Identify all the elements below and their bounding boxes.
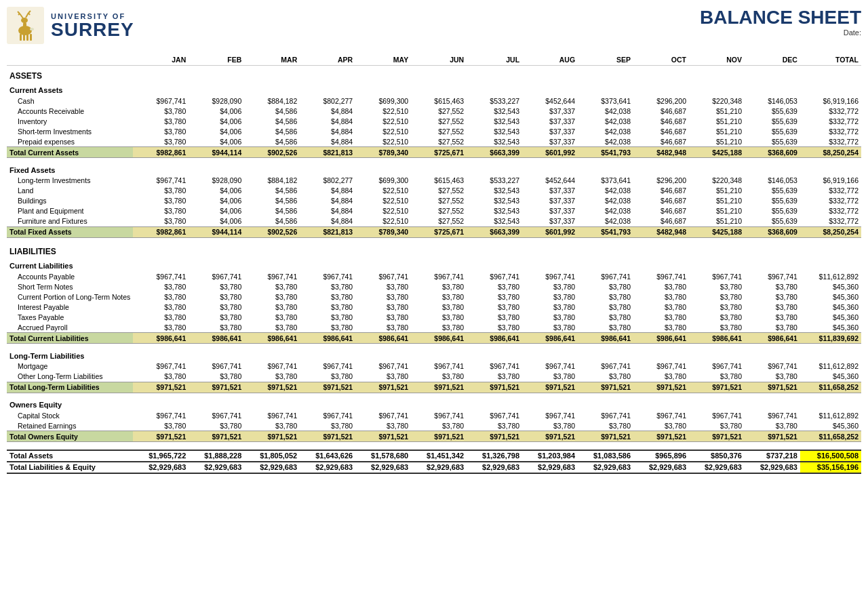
cell-value: $967,741	[355, 361, 411, 372]
cell-value: $986,641	[745, 333, 800, 344]
cell-value: $967,741	[689, 361, 745, 372]
cell-value: $967,741	[244, 361, 300, 372]
cell-value: $146,053	[745, 176, 800, 186]
cell-value: $541,793	[578, 147, 633, 158]
cell-value: $373,641	[578, 176, 633, 186]
cell-value: $986,641	[411, 333, 467, 344]
cell-value: $4,006	[189, 116, 244, 126]
cell-value: $3,780	[745, 312, 800, 322]
cell-value: $45,360	[800, 292, 861, 302]
cell-value: $986,641	[355, 333, 411, 344]
cell-value: $967,741	[300, 410, 355, 420]
col-header-aug: AUG	[522, 54, 578, 66]
cell-value: $42,038	[578, 216, 633, 227]
cell-value: $35,156,196	[800, 462, 861, 473]
cell-value: $3,780	[689, 372, 745, 382]
cell-value: $32,543	[467, 106, 522, 116]
cell-value: $37,337	[522, 106, 578, 116]
cell-value: $3,780	[578, 322, 633, 333]
cell-value: $3,780	[689, 302, 745, 312]
cell-value: $967,741	[467, 361, 522, 372]
cell-value: $3,780	[244, 372, 300, 382]
cell-value: $4,006	[189, 206, 244, 216]
cell-value: $51,210	[689, 126, 745, 136]
svg-point-14	[30, 28, 34, 31]
cell-value: $6,919,166	[800, 96, 861, 106]
cell-value: $32,543	[467, 186, 522, 196]
cell-value: $296,200	[633, 176, 689, 186]
cell-value: $986,641	[578, 333, 633, 344]
cell-value: $3,780	[689, 281, 745, 292]
cell-value: $967,741	[411, 271, 467, 281]
cell-value: $4,586	[244, 126, 300, 136]
table-row: Accounts Payable$967,741$967,741$967,741…	[7, 271, 861, 281]
svg-rect-2	[23, 22, 26, 31]
cell-value: $55,639	[745, 106, 800, 116]
cell-value: $541,793	[578, 226, 633, 237]
column-headers: JAN FEB MAR APR MAY JUN JUL AUG SEP OCT …	[7, 54, 861, 66]
table-row: Cash$967,741$928,090$884,182$802,277$699…	[7, 96, 861, 106]
cell-value: $3,780	[467, 302, 522, 312]
cell-value: $601,992	[522, 147, 578, 158]
cell-value: $55,639	[745, 126, 800, 136]
cell-value: $967,741	[467, 410, 522, 420]
cell-value: $45,360	[800, 420, 861, 431]
cell-value: $3,780	[244, 312, 300, 322]
cell-value: $725,671	[411, 147, 467, 158]
cell-value: $37,337	[522, 216, 578, 227]
cell-value: $55,639	[745, 216, 800, 227]
cell-value: $1,578,680	[355, 450, 411, 462]
cell-value: $46,687	[633, 196, 689, 206]
cell-value: $3,780	[355, 372, 411, 382]
cell-value: $533,227	[467, 176, 522, 186]
cell-value: $42,038	[578, 116, 633, 126]
cell-value: $4,006	[189, 196, 244, 206]
cell-value: $986,641	[300, 333, 355, 344]
cell-value: $3,780	[133, 136, 189, 147]
cell-value: $45,360	[800, 372, 861, 382]
cell-value: $3,780	[300, 312, 355, 322]
cell-value: $3,780	[578, 420, 633, 431]
cell-value: $3,780	[633, 322, 689, 333]
cell-value: $3,780	[689, 312, 745, 322]
cell-value: $967,741	[300, 271, 355, 281]
cell-value: $11,612,892	[800, 361, 861, 372]
col-header-feb: FEB	[189, 54, 244, 66]
cell-value: $51,210	[689, 186, 745, 196]
cell-value: $3,780	[578, 302, 633, 312]
table-row: Current Liabilities	[7, 258, 861, 271]
cell-value: $3,780	[578, 312, 633, 322]
cell-value: $332,772	[800, 206, 861, 216]
cell-value: $22,510	[355, 216, 411, 227]
cell-value: $332,772	[800, 126, 861, 136]
cell-value: $971,521	[633, 431, 689, 442]
cell-value: $967,741	[578, 271, 633, 281]
cell-value: $725,671	[411, 226, 467, 237]
cell-value: $146,053	[745, 96, 800, 106]
cell-value: $884,182	[244, 96, 300, 106]
cell-value: $3,780	[578, 281, 633, 292]
cell-value: $3,780	[689, 322, 745, 333]
cell-value: $3,780	[133, 106, 189, 116]
cell-value: $332,772	[800, 116, 861, 126]
cell-value: $4,884	[300, 196, 355, 206]
cell-value: $3,780	[522, 292, 578, 302]
logo-text: UNIVERSITY OF SURREY	[51, 12, 134, 39]
university-logo-icon	[7, 7, 44, 44]
cell-value: $3,780	[578, 372, 633, 382]
table-row: Land$3,780$4,006$4,586$4,884$22,510$27,5…	[7, 186, 861, 196]
table-row: Total Assets$1,965,722$1,888,228$1,805,0…	[7, 450, 861, 462]
cell-value: $986,641	[522, 333, 578, 344]
cell-value: $482,948	[633, 226, 689, 237]
cell-value: $22,510	[355, 206, 411, 216]
cell-value: $971,521	[355, 382, 411, 393]
svg-rect-4	[20, 34, 22, 41]
cell-value: $986,641	[467, 333, 522, 344]
col-header-may: MAY	[355, 54, 411, 66]
cell-value: $3,780	[133, 322, 189, 333]
cell-value: $51,210	[689, 196, 745, 206]
col-header-nov: NOV	[689, 54, 745, 66]
cell-value: $27,552	[411, 216, 467, 227]
cell-value: $967,741	[689, 410, 745, 420]
cell-value: $3,780	[411, 292, 467, 302]
